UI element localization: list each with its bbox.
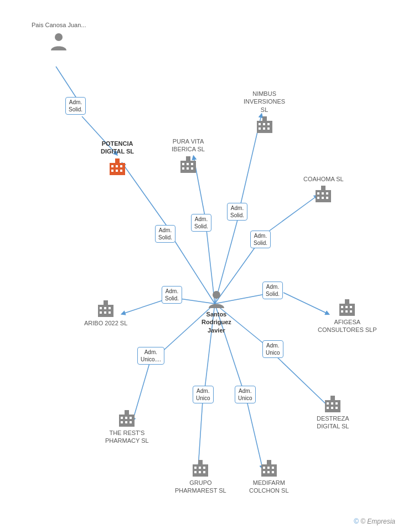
- coahoma-icon: [313, 185, 333, 204]
- svg-rect-59: [108, 307, 111, 309]
- svg-rect-66: [345, 306, 348, 308]
- svg-rect-42: [267, 123, 270, 125]
- the-rests-icon: [117, 409, 137, 429]
- badge-adm-solid-7: Adm.Solid.: [162, 286, 182, 304]
- badge-adm-unico-2: Adm.Unico: [262, 340, 283, 358]
- svg-rect-45: [267, 127, 270, 130]
- svg-rect-86: [130, 421, 132, 423]
- svg-rect-34: [191, 163, 193, 165]
- grupo-icon: [190, 459, 210, 479]
- svg-line-21: [247, 401, 262, 468]
- svg-rect-60: [100, 311, 102, 314]
- svg-rect-76: [327, 407, 329, 409]
- svg-rect-92: [194, 471, 197, 473]
- svg-rect-58: [104, 307, 106, 309]
- svg-rect-41: [263, 123, 265, 125]
- badge-adm-solid-4: Adm.Solid.: [227, 203, 247, 221]
- svg-rect-50: [326, 192, 328, 195]
- svg-rect-47: [316, 190, 331, 202]
- node-the-rests[interactable]: THE REST'SPHARMACY SL: [105, 409, 149, 447]
- node-afigesa[interactable]: AFIGESACONSULTORES SLP: [318, 298, 377, 336]
- node-person-top[interactable]: Pais Canosa Juan...: [32, 21, 86, 53]
- svg-rect-48: [317, 192, 319, 195]
- svg-rect-72: [325, 400, 340, 412]
- grupo-label: GRUPOPHARMAREST SL: [175, 479, 226, 495]
- afigesa-icon: [337, 298, 357, 318]
- node-medifarm[interactable]: MEDIFARMCOLCHON SL: [249, 459, 289, 497]
- svg-rect-53: [326, 197, 328, 199]
- svg-rect-102: [272, 471, 274, 473]
- svg-rect-75: [335, 402, 338, 405]
- svg-rect-101: [267, 471, 270, 473]
- svg-rect-35: [182, 167, 184, 170]
- badge-adm-solid-3: Adm.Solid.: [191, 214, 211, 232]
- svg-rect-98: [267, 467, 270, 469]
- svg-rect-36: [187, 167, 189, 170]
- svg-rect-54: [321, 186, 326, 190]
- svg-rect-85: [125, 421, 127, 423]
- svg-rect-23: [110, 163, 125, 175]
- svg-rect-46: [262, 116, 267, 121]
- svg-rect-68: [341, 310, 343, 313]
- svg-rect-25: [116, 165, 118, 167]
- svg-rect-28: [116, 170, 118, 172]
- svg-rect-65: [341, 306, 343, 308]
- svg-rect-99: [272, 467, 274, 469]
- pura-vita-icon: [178, 155, 198, 175]
- node-aribo[interactable]: ARIBO 2022 SL: [84, 299, 127, 329]
- node-person-center[interactable]: SantosRodriguezJavier: [202, 288, 231, 336]
- svg-rect-94: [203, 471, 205, 473]
- svg-rect-74: [331, 402, 333, 405]
- svg-rect-26: [120, 165, 122, 167]
- badge-adm-solid-2: Adm.Solid.: [155, 225, 175, 243]
- svg-rect-39: [257, 121, 272, 133]
- medifarm-label: MEDIFARMCOLCHON SL: [249, 479, 289, 495]
- svg-rect-78: [335, 407, 338, 409]
- svg-rect-82: [125, 417, 127, 419]
- svg-rect-83: [130, 417, 132, 419]
- svg-rect-100: [263, 471, 265, 473]
- svg-rect-57: [100, 307, 102, 309]
- svg-rect-40: [259, 123, 261, 125]
- svg-rect-69: [345, 310, 348, 313]
- node-grupo[interactable]: GRUPOPHARMAREST SL: [175, 459, 226, 497]
- svg-rect-81: [121, 417, 123, 419]
- svg-rect-51: [317, 197, 319, 199]
- network-diagram: Pais Canosa Juan... POTENCIADIGITAL SL: [0, 0, 403, 532]
- badge-adm-solid-1: Adm.Solid.: [65, 97, 86, 115]
- svg-rect-93: [199, 471, 201, 473]
- node-destreza[interactable]: DESTREZADIGITAL SL: [317, 395, 349, 432]
- the-rests-label: THE REST'SPHARMACY SL: [105, 429, 149, 445]
- watermark-text: © Empresia: [360, 518, 395, 525]
- svg-rect-49: [322, 192, 324, 195]
- svg-rect-31: [180, 161, 196, 173]
- node-potencia[interactable]: POTENCIADIGITAL SL: [101, 140, 134, 177]
- svg-point-55: [213, 291, 220, 299]
- destreza-icon: [323, 395, 343, 415]
- svg-rect-33: [187, 163, 189, 165]
- svg-rect-77: [331, 407, 333, 409]
- node-nimbus[interactable]: NIMBUSINVERSIONESSL: [244, 90, 285, 135]
- nimbus-label: NIMBUSINVERSIONESSL: [244, 90, 285, 114]
- svg-rect-30: [115, 158, 120, 163]
- destreza-label: DESTREZADIGITAL SL: [317, 415, 349, 431]
- node-coahoma[interactable]: COAHOMA SL: [303, 175, 344, 204]
- svg-rect-52: [322, 197, 324, 199]
- badge-adm-unico-1: Adm.Unico....: [137, 347, 164, 365]
- potencia-building-icon: [107, 157, 127, 177]
- svg-point-22: [55, 33, 63, 41]
- copyright-symbol: ©: [354, 518, 359, 525]
- svg-rect-89: [194, 467, 197, 469]
- svg-rect-67: [350, 306, 352, 308]
- svg-rect-84: [121, 421, 123, 423]
- watermark: © © Empresia: [354, 518, 395, 525]
- svg-rect-95: [198, 460, 203, 464]
- node-pura-vita[interactable]: PURA VITAIBERICA SL: [172, 137, 205, 175]
- svg-rect-29: [120, 170, 122, 172]
- medifarm-icon: [259, 459, 279, 479]
- aribo-icon: [96, 299, 116, 319]
- person-top-label: Pais Canosa Juan...: [32, 21, 86, 29]
- svg-rect-44: [263, 127, 265, 130]
- center-person-icon: [205, 288, 228, 310]
- afigesa-label: AFIGESACONSULTORES SLP: [318, 318, 377, 334]
